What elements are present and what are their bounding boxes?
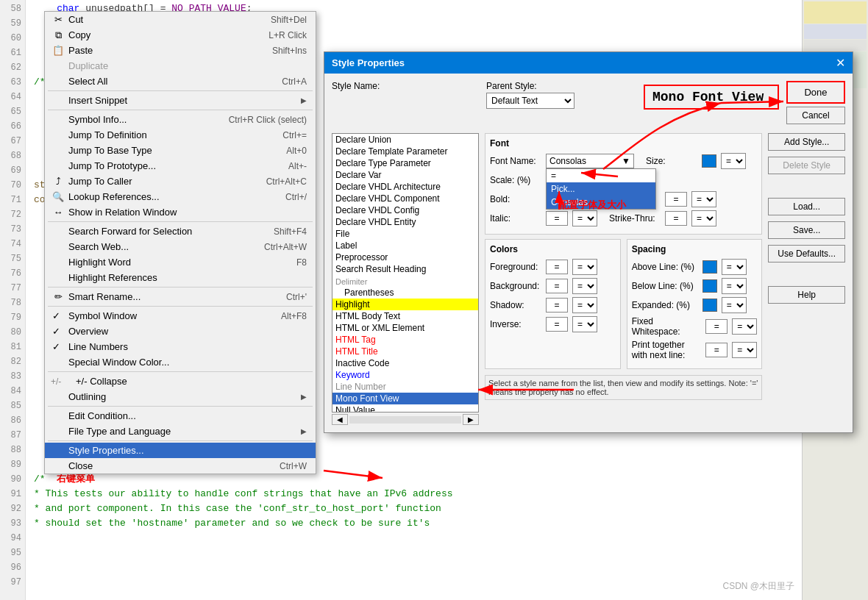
- style-item-html-tag[interactable]: HTML Tag: [332, 334, 478, 346]
- add-style-button[interactable]: Add Style...: [768, 133, 845, 151]
- help-button[interactable]: Help: [768, 286, 845, 304]
- menu-item-paste[interactable]: 📋 Paste Shift+Ins: [45, 43, 316, 58]
- cut-icon: ✂: [51, 14, 65, 25]
- style-item-declare-var[interactable]: Declare Var: [332, 169, 478, 181]
- menu-item-line-numbers[interactable]: ✓ Line Numbers: [45, 339, 316, 354]
- save-button[interactable]: Save...: [768, 221, 845, 239]
- style-item-declare-union[interactable]: Declare Union: [332, 134, 478, 146]
- menu-item-insert-snippet[interactable]: Insert Snippet ▶: [45, 93, 316, 108]
- menu-item-cut[interactable]: ✂ Cut Shift+Del: [45, 12, 316, 27]
- menu-item-special-window-color[interactable]: Special Window Color...: [45, 354, 316, 370]
- load-button[interactable]: Load...: [768, 198, 845, 215]
- cancel-button[interactable]: Cancel: [786, 107, 845, 124]
- ln-62: 62: [0, 60, 21, 75]
- style-item-null-value[interactable]: Null Value: [332, 404, 478, 413]
- menu-item-show-relation[interactable]: ↔ Show in Relation Window: [45, 204, 316, 220]
- menu-item-highlight-word[interactable]: Highlight Word F8: [45, 254, 316, 270]
- font-option-equals[interactable]: =: [547, 169, 655, 182]
- outlining-arrow: ▶: [301, 393, 307, 401]
- size-select[interactable]: =: [721, 153, 746, 169]
- menu-item-search-forward[interactable]: Search Forward for Selection Shift+F4: [45, 224, 316, 239]
- menu-item-collapse[interactable]: +/- +/- Collapse: [45, 374, 316, 389]
- style-item-line-number[interactable]: Line Number: [332, 381, 478, 393]
- separator-7: [48, 406, 313, 407]
- style-item-declare-vhdl-arch[interactable]: Declare VHDL Architecture: [332, 181, 478, 193]
- menu-item-symbol-window[interactable]: ✓ Symbol Window Alt+F8: [45, 308, 316, 324]
- strike-select[interactable]: =: [691, 210, 716, 226]
- italic-select[interactable]: =: [572, 210, 597, 226]
- expanded-color[interactable]: [702, 299, 717, 312]
- parent-style-label: Parent Style:: [486, 81, 629, 91]
- shadow-select[interactable]: =: [572, 297, 597, 313]
- strike-value: =: [665, 211, 687, 226]
- ln-73: 73: [0, 222, 21, 237]
- menu-item-edit-condition[interactable]: Edit Condition...: [45, 408, 316, 424]
- menu-item-smart-rename[interactable]: ✏ Smart Rename... Ctrl+': [45, 289, 316, 304]
- menu-item-close[interactable]: Close Ctrl+W: [45, 458, 316, 474]
- style-item-delimiter[interactable]: Delimiter: [332, 276, 478, 287]
- ln-68: 68: [0, 149, 21, 163]
- style-item-mono-font-view[interactable]: Mono Font View: [332, 393, 478, 404]
- menu-item-jump-prototype[interactable]: Jump To Prototype... Alt+-: [45, 158, 316, 174]
- above-line-color[interactable]: [702, 260, 717, 274]
- style-item-inactive[interactable]: Inactive Code: [332, 357, 478, 369]
- style-item-declare-vhdl-config[interactable]: Declare VHDL Config: [332, 204, 478, 216]
- fg-select[interactable]: =: [572, 259, 597, 275]
- fixed-ws-select[interactable]: =: [732, 318, 757, 335]
- size-dropdown[interactable]: =: [721, 153, 746, 169]
- style-item-search-result[interactable]: Search Result Heading: [332, 263, 478, 275]
- scroll-right-btn[interactable]: ▶: [463, 414, 479, 425]
- style-item-file[interactable]: File: [332, 228, 478, 240]
- menu-item-search-web[interactable]: Search Web... Ctrl+Alt+W: [45, 239, 316, 254]
- font-option-pick[interactable]: Pick...: [547, 182, 655, 196]
- menu-item-highlight-refs[interactable]: Highlight References: [45, 270, 316, 285]
- below-line-color[interactable]: [702, 279, 717, 293]
- above-line-select[interactable]: =: [722, 259, 747, 275]
- below-line-select[interactable]: =: [722, 278, 747, 294]
- all-caps-select[interactable]: =: [691, 191, 716, 207]
- font-name-box[interactable]: Consolas ▼: [546, 154, 634, 168]
- menu-item-jump-caller[interactable]: ⤴ Jump To Caller Ctrl+Alt+C: [45, 174, 316, 189]
- size-color-box[interactable]: [702, 154, 716, 168]
- ln-61: 61: [0, 46, 21, 60]
- parent-style-select[interactable]: Default Text: [486, 93, 574, 109]
- menu-item-file-type[interactable]: File Type and Language ▶: [45, 424, 316, 439]
- style-item-declare-vhdl-entity[interactable]: Declare VHDL Entity: [332, 216, 478, 228]
- delete-style-button[interactable]: Delete Style: [768, 157, 845, 174]
- style-item-html-title[interactable]: HTML Title: [332, 346, 478, 357]
- shadow-row: Shadow: = =: [490, 297, 616, 313]
- menu-item-copy[interactable]: ⧉ Copy L+R Click: [45, 27, 316, 43]
- close-button[interactable]: ✕: [836, 56, 845, 70]
- style-item-declare-type[interactable]: Declare Type Parameter: [332, 157, 478, 169]
- expanded-select[interactable]: =: [722, 297, 747, 313]
- italic-value: =: [546, 211, 568, 226]
- menu-item-outlining[interactable]: Outlining ▶: [45, 389, 316, 404]
- style-item-parentheses[interactable]: Parentheses: [332, 287, 478, 299]
- style-item-html-xml[interactable]: HTML or XML Element: [332, 322, 478, 334]
- scroll-left-btn[interactable]: ◀: [332, 414, 348, 425]
- style-item-preprocessor[interactable]: Preprocessor: [332, 251, 478, 263]
- style-item-label[interactable]: Label: [332, 240, 478, 251]
- print-together-select[interactable]: =: [732, 342, 757, 358]
- menu-item-jump-definition[interactable]: Jump To Definition Ctrl+=: [45, 127, 316, 143]
- style-item-declare-vhdl-comp[interactable]: Declare VHDL Component: [332, 193, 478, 204]
- above-line-row: Above Line: (%) =: [632, 259, 758, 275]
- menu-item-select-all[interactable]: Select All Ctrl+A: [45, 74, 316, 89]
- inverse-select[interactable]: =: [572, 316, 597, 332]
- menu-item-symbol-info[interactable]: Symbol Info... Ctrl+R Click (select): [45, 112, 316, 127]
- font-name-dropdown[interactable]: Consolas ▼ = Pick... Consolas: [546, 154, 634, 168]
- menu-item-overview[interactable]: ✓ Overview: [45, 324, 316, 339]
- style-item-html-body[interactable]: HTML Body Text: [332, 310, 478, 322]
- foreground-row: Foreground: = =: [490, 259, 616, 275]
- done-button[interactable]: Done: [786, 81, 845, 104]
- use-defaults-button[interactable]: Use Defaults...: [768, 245, 845, 262]
- style-list[interactable]: Declare Union Declare Template Parameter…: [332, 133, 479, 413]
- bg-select[interactable]: =: [572, 278, 597, 294]
- style-item-highlight[interactable]: Highlight: [332, 299, 478, 310]
- menu-item-style-properties[interactable]: Style Properties...: [45, 443, 316, 458]
- style-item-keyword[interactable]: Keyword: [332, 369, 478, 381]
- plus-minus-icon: +/-: [51, 376, 61, 387]
- style-item-declare-template[interactable]: Declare Template Parameter: [332, 146, 478, 157]
- menu-item-jump-base[interactable]: Jump To Base Type Alt+0: [45, 143, 316, 158]
- menu-item-lookup-refs[interactable]: 🔍 Lookup References... Ctrl+/: [45, 189, 316, 204]
